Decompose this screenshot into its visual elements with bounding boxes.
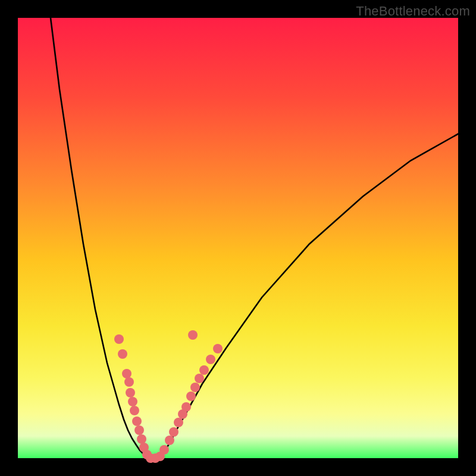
marker-dot	[134, 425, 144, 435]
marker-dot	[186, 392, 196, 401]
bottleneck-curve-svg	[18, 18, 458, 458]
attribution-text: TheBottleneck.com	[356, 4, 470, 19]
marker-dot	[124, 377, 134, 387]
marker-dot	[118, 349, 127, 359]
marker-dot	[206, 355, 215, 364]
curve-line	[51, 18, 458, 458]
marker-dot	[195, 374, 204, 383]
marker-dot	[181, 402, 191, 412]
marker-dot	[165, 436, 174, 445]
marker-dot	[122, 369, 131, 378]
marker-dot	[132, 416, 142, 426]
marker-dot	[126, 388, 135, 397]
marker-dot	[128, 397, 137, 406]
marker-dot	[174, 418, 183, 427]
marker-dot	[213, 344, 223, 353]
marker-dot	[190, 383, 200, 392]
marker-dot	[169, 427, 178, 437]
marker-dot	[114, 334, 124, 344]
marker-dots	[114, 330, 223, 463]
marker-dot	[159, 445, 169, 455]
marker-dot	[199, 365, 209, 375]
marker-dot	[188, 330, 198, 340]
marker-dot	[130, 406, 139, 415]
marker-dot	[137, 434, 146, 444]
